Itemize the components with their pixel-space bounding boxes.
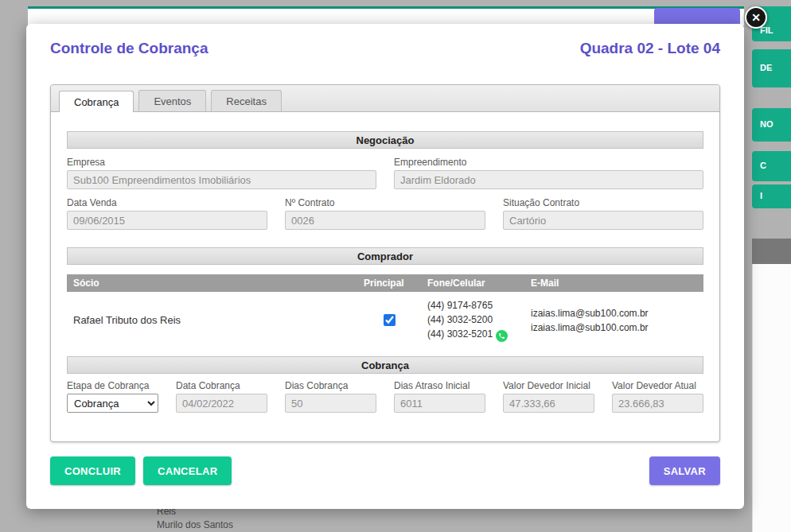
etapa-cobranca-select[interactable]: Cobrança [67,394,158,413]
empresa-label: Empresa [67,157,376,168]
header-email: E-Mail [531,278,703,289]
principal-cell [364,312,427,328]
comprador-table-header: Sócio Principal Fone/Celular E-Mail [67,274,703,292]
field-valor-atual: Valor Devedor Atual [612,380,703,413]
controle-cobranca-modal: Controle de Cobrança Quadra 02 - Lote 04… [26,24,744,509]
sidebar-button-3[interactable]: NO [752,108,791,142]
field-empresa: Empresa [67,157,376,189]
sidebar-button-4[interactable]: C [752,151,791,181]
dias-cobranca-input [285,394,376,413]
empreendimento-label: Empreendimento [394,157,703,168]
tab-content: Negociação Empresa Empreendimento Data V… [51,112,719,413]
field-data-venda: Data Venda [67,197,267,230]
email-cell: izaias.lima@sub100.com.br izaias.lima@su… [531,306,703,335]
field-valor-inicial: Valor Devedor Inicial [503,380,594,413]
close-button[interactable]: ✕ [745,6,767,29]
sidebar-button-4-label: C [760,159,791,173]
dias-atraso-label: Dias Atraso Inicial [394,380,485,391]
sidebar-button-3-label: NO [760,118,791,132]
valor-inicial-label: Valor Devedor Inicial [503,380,594,391]
dias-atraso-input [394,394,485,413]
data-venda-label: Data Venda [67,197,267,208]
screen: S FIL DE NO C I Reis Murilo dos Santos C… [0,0,791,532]
background-topbar [28,6,744,25]
modal-footer: CONCLUIR CANCELAR SALVAR [50,456,720,485]
header-principal: Principal [364,278,427,289]
comprador-table-row: Rafael Tributo dos Reis (44) 9174-8765 (… [67,292,703,348]
cancelar-button[interactable]: CANCELAR [143,456,232,485]
modal-header: Controle de Cobrança Quadra 02 - Lote 04 [50,40,720,57]
socio-name: Rafael Tributo dos Reis [73,314,364,326]
background-row-text: Murilo dos Santos [157,519,233,530]
sidebar-button-2-label: DE [760,61,791,76]
cobranca-row: Etapa de Cobrança Cobrança Data Cobrança… [67,380,703,413]
tab-panel: Cobrança Eventos Receitas Negociação Emp… [50,84,720,442]
contrato-label: Nº Contrato [285,197,485,208]
field-dias-atraso: Dias Atraso Inicial [394,380,485,413]
header-socio: Sócio [73,278,364,289]
salvar-button[interactable]: SALVAR [649,456,720,485]
tab-cobranca[interactable]: Cobrança [59,91,134,112]
data-venda-input [67,211,267,230]
phone-3: (44) 3032-5201 [427,328,493,340]
close-icon: ✕ [751,11,761,24]
sidebar-button-1-label2: FIL [760,24,791,38]
sidebar-button-2[interactable]: DE [752,49,791,87]
empresa-input [67,170,376,189]
situacao-contrato-input [503,211,703,230]
sidebar-button-5-label: I [760,189,791,204]
background-panel [752,264,791,532]
valor-atual-label: Valor Devedor Atual [612,380,703,391]
modal-subtitle: Quadra 02 - Lote 04 [580,40,720,57]
dias-cobranca-label: Dias Cobrança [285,380,376,391]
contrato-input [285,211,485,230]
tab-eventos[interactable]: Eventos [138,90,206,111]
situacao-contrato-label: Situação Contrato [503,197,703,208]
email-1: izaias.lima@sub100.com.br [531,306,703,320]
data-cobranca-label: Data Cobrança [176,380,267,391]
phone-1: (44) 9174-8765 [427,298,531,313]
field-situacao-contrato: Situação Contrato [503,197,703,230]
email-2: izaias.lima@sub100.com.br [531,320,703,335]
valor-inicial-input [503,394,594,413]
modal-title: Controle de Cobrança [50,40,208,57]
phone-3-line: (44) 3032-5201 [427,327,531,342]
sidebar-button-5[interactable]: I [752,184,791,208]
field-contrato: Nº Contrato [285,197,485,230]
section-header-negociacao: Negociação [67,131,703,149]
negociacao-row-2: Data Venda Nº Contrato Situação Contrato [67,197,703,230]
section-header-cobranca: Cobrança [67,356,703,374]
phone-2: (44) 3032-5200 [427,313,531,327]
data-cobranca-input [176,394,267,413]
tab-receitas[interactable]: Receitas [211,90,282,111]
valor-atual-input [612,394,703,413]
etapa-cobranca-label: Etapa de Cobrança [67,380,158,391]
whatsapp-icon[interactable] [496,330,508,342]
header-fone-celular: Fone/Celular [427,278,531,289]
field-etapa-cobranca: Etapa de Cobrança Cobrança [67,380,158,413]
negociacao-row-1: Empresa Empreendimento [67,157,703,189]
field-data-cobranca: Data Cobrança [176,380,267,413]
fone-cell: (44) 9174-8765 (44) 3032-5200 (44) 3032-… [427,298,531,342]
field-dias-cobranca: Dias Cobrança [285,380,376,413]
empreendimento-input [394,170,703,189]
field-empreendimento: Empreendimento [394,157,703,189]
principal-checkbox[interactable] [384,314,396,326]
concluir-button[interactable]: CONCLUIR [50,456,135,485]
tab-strip: Cobrança Eventos Receitas [51,85,719,112]
background-table-header-fragment [752,239,791,264]
section-header-comprador: Comprador [67,247,703,265]
